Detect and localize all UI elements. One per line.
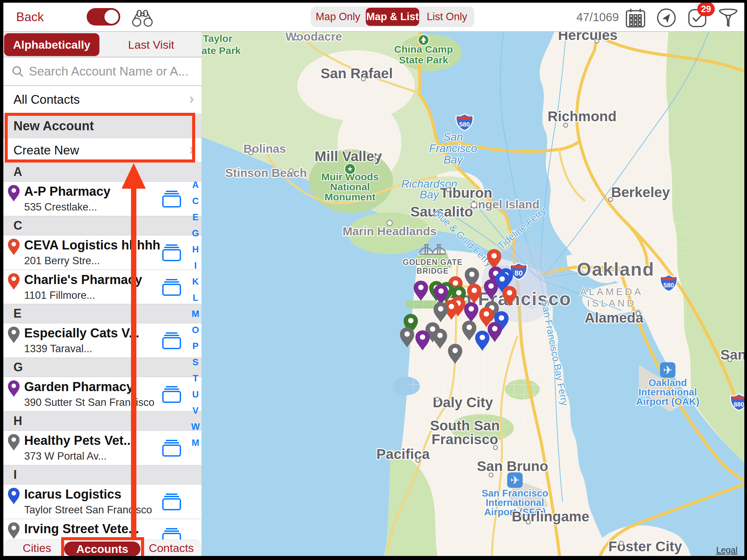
map-label: National bbox=[330, 181, 370, 192]
city-dot bbox=[446, 188, 450, 192]
sort-tabs: Alphabetically Last Visit bbox=[3, 32, 202, 57]
index-letter[interactable]: V bbox=[191, 403, 200, 419]
tab-contacts[interactable]: Contacts bbox=[145, 540, 198, 556]
app-screen: Back Map OnlyMap & ListList Only 47/1069 bbox=[0, 0, 747, 560]
tab-alphabetically[interactable]: Alphabetically bbox=[4, 33, 99, 56]
all-contacts-row[interactable]: All Contacts › bbox=[3, 86, 202, 113]
city-dot bbox=[526, 520, 530, 524]
accounts-stack-icon[interactable] bbox=[160, 492, 183, 513]
city-dot bbox=[595, 39, 599, 43]
location-icon[interactable] bbox=[655, 7, 677, 28]
map-toggle-switch[interactable] bbox=[87, 8, 120, 26]
back-button[interactable]: Back bbox=[16, 3, 44, 31]
list-item[interactable]: Garden Pharmacy390 Sutter St San Francis… bbox=[3, 377, 202, 411]
map-label: Bay bbox=[420, 188, 440, 201]
toggle-knob bbox=[103, 9, 120, 25]
index-letter[interactable]: T bbox=[191, 370, 200, 386]
city-dot bbox=[636, 312, 640, 316]
tab-last-visit[interactable]: Last Visit bbox=[101, 32, 202, 57]
search-field[interactable]: Search Account Name or A... bbox=[3, 57, 202, 86]
section-header-A: A bbox=[3, 162, 202, 182]
index-letter[interactable]: I bbox=[191, 258, 200, 274]
account-address: 390 Sutter St San Francisco bbox=[24, 397, 155, 408]
svg-text:580: 580 bbox=[459, 121, 470, 128]
section-header-G: G bbox=[3, 357, 202, 377]
list-item[interactable]: A-P Pharmacy535 Crestlake... bbox=[3, 182, 202, 216]
index-letter[interactable]: M bbox=[191, 306, 200, 322]
index-letter[interactable]: U bbox=[191, 386, 200, 403]
index-letter[interactable]: H bbox=[191, 241, 200, 258]
section-header-I: I bbox=[3, 465, 202, 484]
pin-icon bbox=[6, 184, 22, 204]
segment-map-only[interactable]: Map Only bbox=[311, 8, 364, 26]
city-dot bbox=[294, 36, 298, 40]
pin-icon bbox=[6, 326, 22, 345]
list-item[interactable]: CEVA Logistics hhhhh201 Berry Stre... bbox=[3, 235, 202, 270]
section-header-H: H bbox=[3, 411, 202, 431]
index-letter[interactable]: L bbox=[191, 290, 200, 306]
accounts-stack-icon[interactable] bbox=[160, 190, 183, 210]
map-label: Oakland bbox=[577, 259, 654, 280]
record-counter: 47/1069 bbox=[576, 3, 619, 31]
legal-link[interactable]: Legal bbox=[716, 545, 738, 555]
segment-list-only[interactable]: List Only bbox=[420, 8, 473, 26]
accounts-stack-icon[interactable] bbox=[160, 243, 183, 264]
svg-text:880: 880 bbox=[733, 401, 744, 408]
map-canvas[interactable]: Taylorate ParkWoodacreChina CampState Pa… bbox=[202, 32, 744, 556]
map-label: Angel Island bbox=[469, 198, 539, 211]
svg-text:580: 580 bbox=[663, 282, 674, 289]
accounts-stack-icon[interactable] bbox=[160, 331, 183, 351]
map-label: Alameda bbox=[585, 310, 644, 326]
chevron-right-icon: › bbox=[189, 89, 194, 107]
map-label: Bay bbox=[444, 154, 464, 166]
index-letter[interactable]: P bbox=[191, 338, 200, 354]
tab-cities[interactable]: Cities bbox=[14, 540, 60, 556]
pin-icon bbox=[6, 273, 22, 292]
accounts-stack-icon[interactable] bbox=[160, 278, 183, 298]
index-letter[interactable]: M bbox=[191, 435, 200, 451]
create-new-row[interactable]: Create New › bbox=[3, 138, 202, 162]
list-item[interactable]: Healthy Pets Vet...373 W Portal Av... bbox=[3, 431, 202, 465]
accounts-stack-icon[interactable] bbox=[160, 439, 183, 459]
map-label: ate Park bbox=[202, 45, 241, 56]
account-address: Taylor Street San Francisco bbox=[24, 504, 152, 516]
chevron-right-icon: › bbox=[189, 140, 194, 158]
binoculars-icon[interactable] bbox=[132, 7, 153, 28]
index-letter[interactable]: E bbox=[191, 209, 200, 225]
index-letter[interactable]: W bbox=[191, 419, 200, 435]
city-dot bbox=[361, 77, 365, 81]
accounts-sidebar: Alphabetically Last Visit Search Account… bbox=[3, 32, 202, 556]
map-label: Richmond bbox=[547, 108, 616, 124]
city-dot bbox=[619, 541, 623, 545]
list-item[interactable]: Icarus LogisticsTaylor Street San Franci… bbox=[3, 484, 202, 519]
svg-text:★: ★ bbox=[347, 165, 353, 173]
segment-map-list[interactable]: Map & List bbox=[366, 8, 419, 26]
index-letter[interactable]: A bbox=[191, 177, 200, 193]
list-item[interactable]: Especially Cats V...1339 Taraval... bbox=[3, 323, 202, 357]
star-park-icon: ★ bbox=[344, 163, 355, 174]
tab-accounts[interactable]: Accounts bbox=[64, 541, 140, 556]
pin-icon bbox=[6, 433, 22, 453]
list-item[interactable]: Charlie's Pharmacy1101 Fillmore... bbox=[3, 270, 202, 304]
city-dot bbox=[728, 357, 732, 362]
accounts-stack-icon[interactable] bbox=[160, 385, 183, 405]
city-dot bbox=[249, 151, 253, 155]
map-label: GOLDEN GATE bbox=[403, 258, 463, 267]
map-label: ISLAND bbox=[587, 298, 637, 309]
index-letter[interactable]: S bbox=[191, 354, 200, 370]
bottom-tab-bar: Cities Accounts Contacts bbox=[3, 539, 202, 556]
account-name: Garden Pharmacy bbox=[24, 380, 133, 394]
city-dot bbox=[416, 458, 420, 462]
account-name: A-P Pharmacy bbox=[24, 184, 110, 199]
view-mode-segmented-control: Map OnlyMap & ListList Only bbox=[311, 6, 474, 27]
account-list: AA-P Pharmacy535 Crestlake...CCEVA Logis… bbox=[3, 162, 202, 553]
index-letter[interactable]: K bbox=[191, 274, 200, 290]
index-letter[interactable]: O bbox=[191, 322, 200, 338]
index-letter[interactable]: C bbox=[191, 193, 200, 209]
tree-park-icon bbox=[418, 34, 429, 45]
account-address: 373 W Portal Av... bbox=[24, 450, 106, 462]
calendar-icon[interactable] bbox=[625, 7, 646, 28]
top-bar: Back Map OnlyMap & ListList Only 47/1069 bbox=[3, 3, 744, 32]
filter-funnel-icon[interactable] bbox=[717, 7, 739, 28]
index-letter[interactable]: G bbox=[191, 225, 200, 241]
